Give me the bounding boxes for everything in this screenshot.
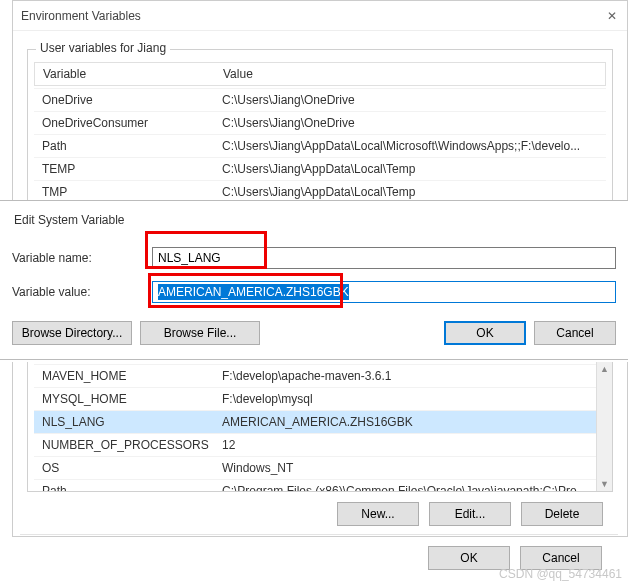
table-row[interactable]: Path C:\Users\Jiang\AppData\Local\Micros… <box>34 134 606 157</box>
variable-name-row: Variable name: <box>12 247 616 269</box>
dialog-title: Environment Variables <box>21 9 141 23</box>
var-name: Path <box>42 484 222 492</box>
new-button[interactable]: New... <box>337 502 419 526</box>
table-row[interactable]: NLS_LANG AMERICAN_AMERICA.ZHS16GBK <box>34 410 606 433</box>
system-vars-body: MAVEN_HOME F:\develop\apache-maven-3.6.1… <box>34 362 606 492</box>
col-value-header[interactable]: Value <box>223 67 597 81</box>
environment-variables-dialog: Environment Variables ✕ User variables f… <box>12 0 628 219</box>
scroll-down-icon[interactable]: ▼ <box>600 479 609 489</box>
user-variables-label: User variables for Jiang <box>36 41 170 55</box>
cancel-button[interactable]: Cancel <box>534 321 616 345</box>
var-name: OS <box>42 461 222 475</box>
variable-name-label: Variable name: <box>12 251 152 265</box>
var-value: Windows_NT <box>222 461 598 475</box>
var-name: MYSQL_HOME <box>42 392 222 406</box>
table-row[interactable]: TEMP C:\Users\Jiang\AppData\Local\Temp <box>34 157 606 180</box>
var-value: F:\develop\mysql <box>222 392 598 406</box>
browse-directory-button[interactable]: Browse Directory... <box>12 321 132 345</box>
edit-dialog-buttons: Browse Directory... Browse File... OK Ca… <box>12 321 616 345</box>
table-row[interactable]: NUMBER_OF_PROCESSORS 12 <box>34 433 606 456</box>
ok-button[interactable]: OK <box>444 321 526 345</box>
var-name: OneDrive <box>42 93 222 107</box>
var-value: 12 <box>222 438 598 452</box>
system-variables-group: MAVEN_HOME F:\develop\apache-maven-3.6.1… <box>27 362 613 492</box>
selected-value-text: AMERICAN_AMERICA.ZHS16GBK <box>158 284 349 300</box>
var-name: TMP <box>42 185 222 199</box>
var-value: F:\develop\apache-maven-3.6.1 <box>222 369 598 383</box>
var-name: OneDriveConsumer <box>42 116 222 130</box>
scroll-up-icon[interactable]: ▲ <box>600 364 609 374</box>
edit-system-variable-dialog: Edit System Variable Variable name: Vari… <box>0 200 628 360</box>
var-value: C:\Users\Jiang\AppData\Local\Temp <box>222 162 598 176</box>
variable-name-input[interactable] <box>152 247 616 269</box>
edit-dialog-title: Edit System Variable <box>12 209 616 241</box>
table-row[interactable]: OS Windows_NT <box>34 456 606 479</box>
user-vars-body: OneDrive C:\Users\Jiang\OneDrive OneDriv… <box>34 86 606 203</box>
var-name: NLS_LANG <box>42 415 222 429</box>
var-name: Path <box>42 139 222 153</box>
system-variables-panel: MAVEN_HOME F:\develop\apache-maven-3.6.1… <box>12 362 628 537</box>
system-vars-buttons: New... Edit... Delete <box>27 492 613 536</box>
var-value: C:\Program Files (x86)\Common Files\Orac… <box>222 484 598 492</box>
edit-button[interactable]: Edit... <box>429 502 511 526</box>
ok-button[interactable]: OK <box>428 546 510 570</box>
var-name: TEMP <box>42 162 222 176</box>
var-value: C:\Users\Jiang\OneDrive <box>222 93 598 107</box>
var-value: AMERICAN_AMERICA.ZHS16GBK <box>222 415 598 429</box>
watermark: CSDN @qq_54734461 <box>499 567 622 581</box>
var-name: MAVEN_HOME <box>42 369 222 383</box>
scrollbar[interactable]: ▲ ▼ <box>596 362 612 491</box>
var-value: C:\Users\Jiang\AppData\Local\Temp <box>222 185 598 199</box>
table-row[interactable]: MYSQL_HOME F:\develop\mysql <box>34 387 606 410</box>
var-value: C:\Users\Jiang\AppData\Local\Microsoft\W… <box>222 139 598 153</box>
separator <box>20 534 618 535</box>
table-row[interactable]: MAVEN_HOME F:\develop\apache-maven-3.6.1 <box>34 364 606 387</box>
table-row[interactable]: OneDrive C:\Users\Jiang\OneDrive <box>34 88 606 111</box>
var-value: C:\Users\Jiang\OneDrive <box>222 116 598 130</box>
close-icon[interactable]: ✕ <box>603 7 621 25</box>
variable-value-input[interactable]: AMERICAN_AMERICA.ZHS16GBK <box>152 281 616 303</box>
delete-button[interactable]: Delete <box>521 502 603 526</box>
browse-file-button[interactable]: Browse File... <box>140 321 260 345</box>
variable-value-label: Variable value: <box>12 285 152 299</box>
user-vars-header: Variable Value <box>34 62 606 86</box>
variable-value-row: Variable value: AMERICAN_AMERICA.ZHS16GB… <box>12 281 616 303</box>
col-variable-header[interactable]: Variable <box>43 67 223 81</box>
table-row[interactable]: OneDriveConsumer C:\Users\Jiang\OneDrive <box>34 111 606 134</box>
user-variables-group: User variables for Jiang Variable Value … <box>27 49 613 210</box>
titlebar: Environment Variables ✕ <box>13 1 627 31</box>
table-row[interactable]: Path C:\Program Files (x86)\Common Files… <box>34 479 606 492</box>
var-name: NUMBER_OF_PROCESSORS <box>42 438 222 452</box>
